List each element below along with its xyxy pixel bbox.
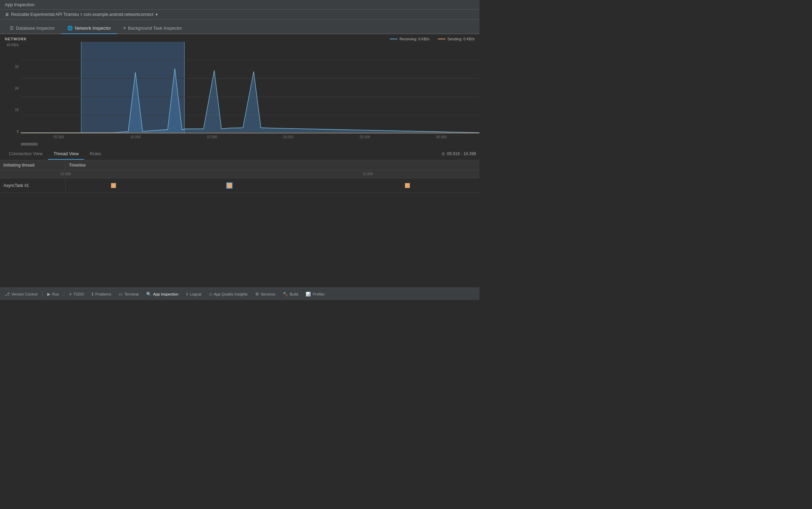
network-chart-area: NETWORK Receiving: 0 KB/s Sending: 0 KB/…: [0, 34, 479, 141]
task-icon: ≡: [123, 26, 126, 31]
toolbar-app-inspection-label: App Inspection: [153, 292, 178, 296]
title-bar: App Inspection: [0, 0, 479, 10]
col-thread-label: Initiating thread: [3, 163, 34, 168]
tab-network-label: Network Inspector: [75, 26, 111, 31]
toolbar-todo-label: TODO: [73, 292, 84, 296]
clock-icon: ⊙: [442, 151, 445, 156]
timeline-tick-15: 15.000: [362, 172, 373, 176]
app-inspection-icon: 🔍: [146, 292, 151, 297]
x-tick-3: 20.000: [283, 135, 294, 139]
toolbar-divider-1: [42, 291, 42, 298]
toolbar-app-inspection[interactable]: 🔍 App Inspection: [143, 290, 182, 298]
toolbar-terminal-label: Terminal: [124, 292, 139, 296]
toolbar-terminal[interactable]: ▭ Terminal: [115, 290, 142, 298]
legend-sending: Sending: 0 KB/s: [438, 37, 475, 41]
y-label-24: 24: [5, 87, 19, 90]
chart-body[interactable]: 40 KB/s 32 24 16 8: [0, 41, 479, 141]
toolbar-build[interactable]: 🔨 Build: [279, 290, 301, 298]
tab-network-inspector[interactable]: 🌐 Network Inspector: [61, 23, 117, 34]
tab-rules[interactable]: Rules: [84, 148, 107, 160]
toolbar-profiler-label: Profiler: [313, 292, 325, 296]
toolbar-todo[interactable]: ≡ TODO: [66, 290, 88, 298]
toolbar-services[interactable]: ⚙ Services: [252, 290, 279, 298]
terminal-icon: ▭: [119, 292, 122, 297]
title-label: App Inspection: [5, 2, 34, 7]
tab-thread-view[interactable]: Thread View: [48, 148, 84, 160]
timeline-tick-10: 10.000: [60, 172, 71, 176]
chart-header: NETWORK Receiving: 0 KB/s Sending: 0 KB/…: [0, 34, 479, 41]
toolbar-logcat[interactable]: ≡ Logcat: [182, 290, 205, 298]
toolbar-problems[interactable]: ℹ Problems: [88, 290, 115, 298]
scrollbar-area[interactable]: [0, 141, 479, 147]
horizontal-scrollbar[interactable]: [21, 143, 38, 146]
task-block-3[interactable]: [405, 183, 410, 188]
legend-blue-line: [390, 39, 397, 39]
device-selector[interactable]: 🖥 Resizable Experimental API Tiramisu > …: [0, 10, 479, 20]
toolbar-run-label: Run: [52, 292, 59, 296]
rules-label: Rules: [90, 151, 101, 156]
x-tick-4: 25.000: [359, 135, 370, 139]
app-quality-icon: ◇: [209, 292, 212, 297]
device-icon: 🖥: [5, 12, 9, 17]
y-axis: 40 KB/s 32 24 16 8: [0, 42, 21, 140]
services-icon: ⚙: [255, 292, 259, 297]
x-tick-5: 30.000: [436, 135, 447, 139]
tab-bar: ☰ Database Inspector 🌐 Network Inspector…: [0, 20, 479, 34]
thread-name-label: AsyncTask #1: [3, 183, 29, 188]
toolbar-profiler[interactable]: 📊 Profiler: [302, 290, 328, 298]
database-icon: ☰: [10, 26, 14, 31]
tab-database-label: Database Inspector: [16, 26, 55, 31]
toolbar-version-control-label: Version Control: [11, 292, 37, 296]
device-name: Resizable Experimental API Tiramisu > co…: [11, 12, 154, 17]
y-label-16: 16: [5, 108, 19, 112]
legend-sending-label: Sending: 0 KB/s: [447, 37, 475, 41]
x-tick-2: 15.000: [207, 135, 217, 139]
version-control-icon: ⎇: [5, 292, 10, 297]
toolbar-run[interactable]: ▶ Run: [44, 290, 62, 298]
thread-timeline-asynctask1[interactable]: [66, 178, 479, 192]
build-icon: 🔨: [283, 292, 288, 297]
toolbar-problems-label: Problems: [95, 292, 111, 296]
connection-view-label: Connection View: [9, 151, 42, 156]
tab-connection-view[interactable]: Connection View: [3, 148, 48, 160]
time-range-display: ⊙ 09.918 - 18.398: [442, 151, 476, 156]
toolbar-logcat-label: Logcat: [190, 292, 201, 296]
toolbar-services-label: Services: [261, 292, 275, 296]
toolbar-build-label: Build: [290, 292, 298, 296]
table-row[interactable]: AsyncTask #1: [0, 178, 479, 193]
y-label-8: 8: [5, 130, 19, 133]
toolbar-divider-2: [64, 291, 64, 298]
col-timeline-header: Timeline: [66, 160, 479, 170]
profiler-icon: 📊: [306, 292, 311, 297]
chart-legend: Receiving: 0 KB/s Sending: 0 KB/s: [390, 37, 475, 41]
logcat-icon: ≡: [186, 292, 188, 297]
tab-background-label: Background Task Inspector: [128, 26, 182, 31]
task-block-2[interactable]: [227, 183, 232, 188]
problems-icon: ℹ: [92, 292, 93, 297]
thread-table: Initiating thread Timeline 10.000 15.000…: [0, 160, 479, 288]
run-icon: ▶: [47, 292, 50, 297]
thread-name-asynctask1: AsyncTask #1: [0, 178, 66, 192]
x-tick-1: 10.000: [130, 135, 141, 139]
legend-receiving-label: Receiving: 0 KB/s: [399, 37, 429, 41]
network-icon: 🌐: [67, 26, 73, 31]
timeline-ticks-row: 10.000 15.000: [0, 171, 479, 178]
tab-background-task-inspector[interactable]: ≡ Background Task Inspector: [117, 23, 188, 34]
legend-orange-line: [438, 39, 445, 39]
chart-canvas[interactable]: 05.000 10.000 15.000 20.000 25.000 30.00…: [21, 42, 479, 140]
task-block-1[interactable]: [111, 183, 116, 188]
tab-database-inspector[interactable]: ☰ Database Inspector: [3, 23, 61, 34]
col-timeline-label: Timeline: [69, 163, 86, 168]
x-tick-0: 05.000: [53, 135, 64, 139]
col-thread-header: Initiating thread: [0, 160, 66, 170]
chevron-down-icon[interactable]: ▾: [156, 12, 158, 17]
toolbar-app-quality[interactable]: ◇ App Quality Insights: [206, 290, 251, 298]
toolbar-version-control[interactable]: ⎇ Version Control: [1, 290, 41, 298]
chart-title: NETWORK: [5, 37, 27, 41]
y-max-label: 40 KB/s: [5, 43, 19, 47]
bottom-toolbar: ⎇ Version Control ▶ Run ≡ TODO ℹ Problem…: [0, 288, 479, 300]
time-range-label: 09.918 - 18.398: [447, 151, 476, 156]
thread-table-header: Initiating thread Timeline: [0, 160, 479, 171]
legend-receiving: Receiving: 0 KB/s: [390, 37, 429, 41]
network-chart-svg: [21, 42, 479, 133]
